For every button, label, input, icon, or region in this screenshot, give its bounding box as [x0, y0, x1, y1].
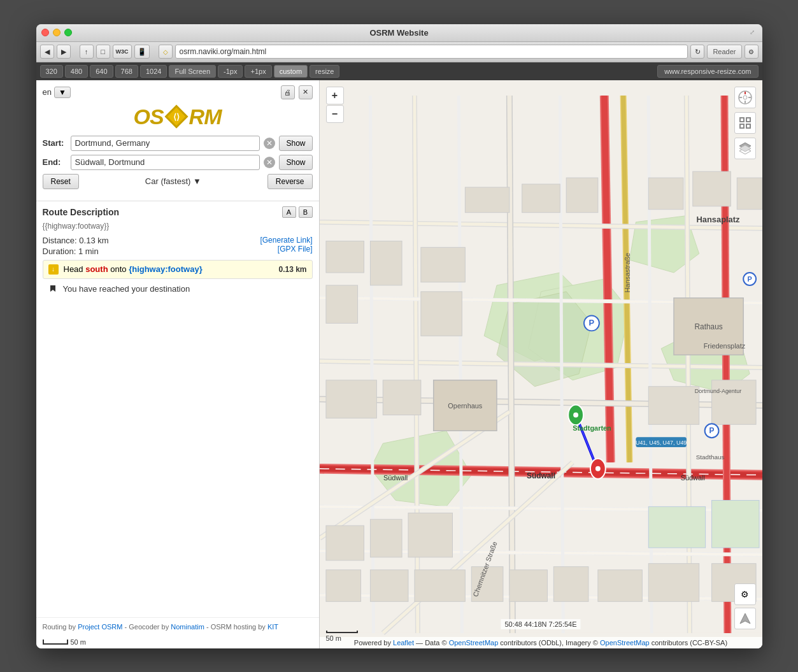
sidebar-close-button[interactable]: ✕ — [299, 85, 313, 99]
route-b-button[interactable]: B — [299, 206, 313, 218]
route-header: Route Description A B — [43, 206, 313, 218]
refresh-button[interactable]: ↻ — [690, 45, 704, 59]
sidebar-spacer — [36, 302, 319, 617]
footer-osrm-link[interactable]: Project OSRM — [78, 623, 122, 631]
end-input[interactable] — [71, 155, 260, 170]
reverse-button[interactable]: Reverse — [267, 174, 313, 189]
resp-fullscreen-button[interactable]: Full Screen — [169, 65, 216, 78]
responsive-bar: 320 480 640 768 1024 Full Screen -1px +1… — [36, 62, 762, 80]
address-bar[interactable] — [175, 45, 688, 59]
language-select[interactable]: en ▼ — [43, 87, 71, 98]
svg-rect-10 — [420, 247, 465, 282]
route-links: [Generate Link] [GPX File] — [260, 236, 312, 254]
print-button[interactable]: 🖨 — [281, 85, 295, 99]
footer-kit-link[interactable]: KIT — [267, 623, 278, 631]
fullscreen-map-button[interactable] — [734, 112, 756, 134]
map-bottom-right-controls: ⚙ — [734, 583, 756, 629]
bookmark-button[interactable]: □ — [96, 45, 110, 59]
end-clear-button[interactable]: ✕ — [264, 157, 275, 168]
resp-custom-button[interactable]: custom — [274, 65, 308, 78]
lang-dropdown-button[interactable]: ▼ — [54, 87, 71, 98]
mobile-button[interactable]: 📱 — [134, 45, 150, 59]
reader-button[interactable]: Reader — [707, 45, 741, 59]
coord-display: 50:48 44:18N 7:25:54E — [501, 619, 580, 629]
navigate-button[interactable] — [734, 608, 756, 629]
step1-icon: ↓ — [48, 264, 59, 275]
scale-bar: 50 m — [36, 636, 319, 648]
svg-text:Südwall: Südwall — [383, 473, 408, 481]
w3c-button[interactable]: W3C — [113, 45, 132, 59]
scale-bar-visual — [43, 640, 68, 645]
svg-rect-68 — [740, 118, 744, 122]
map-area[interactable]: Rathaus Opernhaus P P P Südwall Südwall — [320, 80, 762, 648]
zoom-in-button[interactable]: + — [326, 87, 344, 104]
maximize-button[interactable] — [64, 29, 72, 36]
share-button[interactable]: ↑ — [80, 45, 94, 59]
resp-1024-button[interactable]: 1024 — [140, 65, 167, 78]
leaflet-link[interactable]: Leaflet — [393, 639, 414, 647]
resp-plus-button[interactable]: +1px — [245, 65, 271, 78]
svg-text:P: P — [588, 318, 594, 327]
svg-point-55 — [595, 466, 600, 471]
duration-label: Duration: — [43, 247, 76, 256]
zoom-out-button[interactable]: − — [326, 105, 344, 123]
start-clear-button[interactable]: ✕ — [264, 138, 275, 149]
attribution-text: Powered by — [354, 639, 393, 647]
svg-rect-30 — [692, 171, 730, 206]
svg-rect-35 — [711, 500, 759, 547]
route-step-1: ↓ Head south onto {highway:footway} 0.13… — [43, 260, 313, 279]
svg-point-53 — [573, 412, 578, 417]
svg-rect-27 — [566, 178, 598, 213]
resp-480-button[interactable]: 480 — [65, 65, 88, 78]
svg-rect-16 — [408, 513, 453, 557]
svg-text:Dortmund-Agentur: Dortmund-Agentur — [694, 387, 741, 394]
gpx-link[interactable]: [GPX File] — [278, 245, 313, 254]
logo-area: OS ⟨⟩ RM — [43, 104, 313, 129]
resp-320-button[interactable]: 320 — [40, 65, 63, 78]
route-ab-buttons: A B — [282, 206, 313, 218]
end-show-button[interactable]: Show — [279, 155, 312, 170]
step2-text: You have reached your destination — [63, 284, 190, 294]
resp-640-button[interactable]: 640 — [90, 65, 113, 78]
scale-label: 50 m — [71, 638, 86, 646]
svg-rect-18 — [370, 569, 408, 601]
layers-button[interactable] — [734, 138, 756, 159]
start-show-button[interactable]: Show — [279, 136, 312, 151]
compass-button[interactable] — [734, 87, 756, 108]
svg-rect-21 — [509, 569, 547, 601]
svg-rect-9 — [370, 241, 402, 285]
duration-value: 1 min — [78, 247, 99, 256]
settings-button[interactable]: ⚙ — [734, 583, 756, 605]
footer-nominatim-link[interactable]: Nominatim — [171, 623, 204, 631]
main-content: en ▼ 🖨 ✕ OS ⟨⟩ — [36, 80, 762, 648]
svg-rect-23 — [597, 569, 642, 601]
extension-button[interactable]: ⚙ — [745, 45, 759, 59]
svg-rect-13 — [383, 380, 421, 415]
resp-768-button[interactable]: 768 — [115, 65, 138, 78]
start-input[interactable] — [71, 136, 260, 151]
minimize-button[interactable] — [53, 29, 61, 36]
forward-button[interactable]: ▶ — [57, 45, 71, 59]
start-row: Start: ✕ Show — [43, 136, 313, 151]
vehicle-select[interactable]: Car (fastest) ▼ — [84, 176, 262, 186]
map-top-right-controls — [734, 87, 756, 159]
close-button[interactable] — [41, 29, 49, 36]
svg-text:Südwall: Südwall — [527, 471, 555, 480]
sidebar-footer: Routing by Project OSRM - Geocoder by No… — [36, 617, 319, 636]
resp-resize-button[interactable]: resize — [310, 65, 339, 78]
back-button[interactable]: ◀ — [40, 45, 54, 59]
svg-rect-26 — [522, 184, 560, 213]
svg-rect-31 — [737, 178, 762, 210]
osm-imagery-link[interactable]: OpenStreetMap — [600, 639, 650, 647]
svg-text:Rathaus: Rathaus — [694, 322, 722, 331]
reset-button[interactable]: Reset — [43, 174, 79, 189]
osm-data-link[interactable]: OpenStreetMap — [449, 639, 499, 647]
traffic-lights — [41, 29, 72, 36]
footer-routing: Routing by — [43, 623, 78, 631]
resp-minus-button[interactable]: -1px — [218, 65, 243, 78]
route-a-button[interactable]: A — [282, 206, 296, 218]
generate-link[interactable]: [Generate Link] — [260, 236, 312, 245]
svg-rect-34 — [648, 506, 705, 548]
svg-marker-75 — [740, 613, 750, 624]
vehicle-dropdown-icon: ▼ — [193, 176, 201, 186]
